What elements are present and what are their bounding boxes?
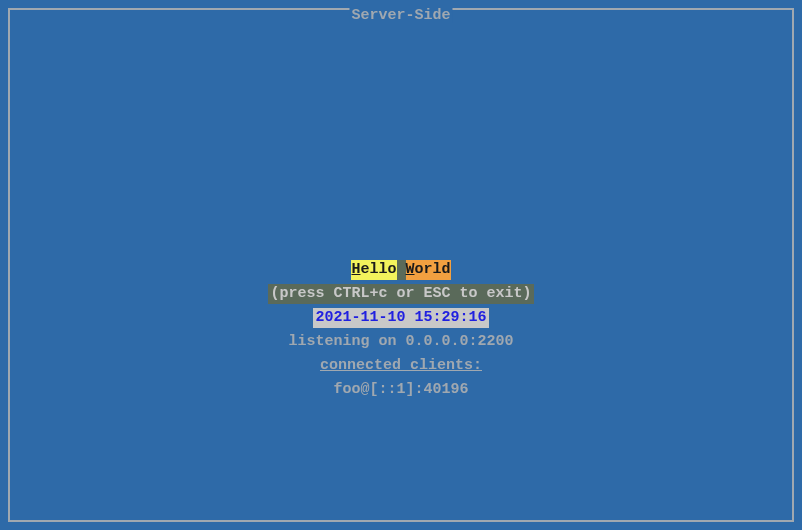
greeting-separator (397, 260, 406, 280)
world-rest: orld (415, 261, 451, 278)
world-shortcut-letter: W (406, 261, 415, 278)
world-button[interactable]: World (406, 260, 451, 280)
timestamp: 2021-11-10 15:29:16 (313, 308, 488, 328)
clients-header-row: connected clients: (320, 356, 482, 376)
listening-address: listening on 0.0.0.0:2200 (288, 332, 513, 352)
hello-rest: ello (360, 261, 396, 278)
clients-header: connected clients: (320, 356, 482, 376)
listening-row: listening on 0.0.0.0:2200 (288, 332, 513, 352)
frame-title: Server-Side (349, 8, 452, 23)
exit-hint-row: (press CTRL+c or ESC to exit) (268, 284, 533, 304)
client-entry: foo@[::1]:40196 (333, 380, 468, 400)
hello-button[interactable]: Hello (351, 260, 396, 280)
greeting-row: Hello World (351, 260, 450, 280)
content-area: Hello World (press CTRL+c or ESC to exit… (10, 260, 792, 400)
client-row: foo@[::1]:40196 (333, 380, 468, 400)
frame-border: Server-Side Hello World (press CTRL+c or… (8, 8, 794, 522)
exit-hint: (press CTRL+c or ESC to exit) (268, 284, 533, 304)
timestamp-row: 2021-11-10 15:29:16 (313, 308, 488, 328)
